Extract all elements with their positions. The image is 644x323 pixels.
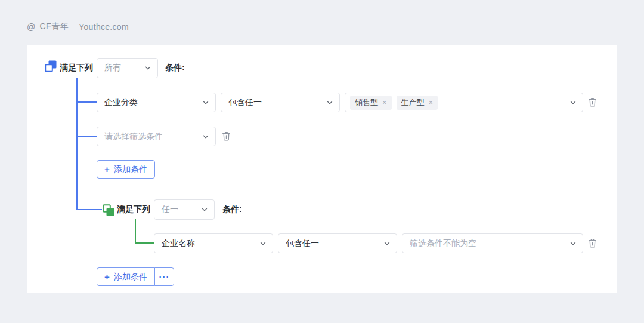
watermark-site: Youthce.com	[79, 22, 129, 32]
root-match-select[interactable]: 所有	[97, 58, 158, 78]
more-icon: ···	[159, 272, 170, 282]
tag-label: 生产型	[401, 97, 425, 108]
plus-icon: +	[104, 272, 110, 281]
group-overlap-squares-icon	[44, 60, 57, 73]
subgroup-label: 满足下列	[117, 199, 150, 220]
chevron-down-icon	[144, 64, 151, 72]
subtree-line-vertical	[135, 219, 136, 244]
tag-item: 生产型 ×	[397, 96, 438, 110]
subrow-operator-value: 包含任一	[286, 238, 319, 249]
chevron-down-icon	[569, 99, 577, 106]
tag-close-icon[interactable]: ×	[382, 99, 387, 106]
subrow-operator-select[interactable]: 包含任一	[278, 233, 397, 253]
row1-field-value: 企业分类	[104, 97, 138, 108]
row1-delete-button[interactable]	[586, 96, 598, 108]
tag-list: 销售型 × 生产型 ×	[350, 96, 438, 110]
add-condition-label: 添加条件	[114, 272, 147, 282]
row1-field-select[interactable]: 企业分类	[97, 93, 216, 112]
root-group-label: 满足下列	[60, 58, 93, 78]
add-condition-label: 添加条件	[114, 164, 147, 175]
tree-line-vertical	[76, 78, 78, 210]
tree-line-branch-subgroup	[76, 209, 102, 210]
trash-icon	[587, 97, 597, 107]
row1-values-multiselect[interactable]: 销售型 × 生产型 ×	[345, 93, 583, 112]
tag-label: 销售型	[355, 97, 378, 108]
subtree-line-branch	[135, 242, 154, 244]
plus-icon: +	[104, 165, 110, 174]
tree-line-branch-row1	[76, 101, 97, 103]
subrow-delete-button[interactable]	[586, 237, 598, 249]
subgroup-overlap-squares-icon	[102, 204, 115, 217]
tag-close-icon[interactable]: ×	[429, 99, 434, 106]
root-match-value: 所有	[104, 63, 121, 73]
subrow-value-select[interactable]: 筛选条件不能为空	[402, 233, 583, 253]
more-actions-button[interactable]: ···	[154, 267, 174, 286]
add-condition-button[interactable]: + 添加条件	[97, 160, 155, 179]
subrow-value-placeholder: 筛选条件不能为空	[410, 238, 476, 249]
chevron-down-icon	[202, 133, 209, 140]
root-group-suffix: 条件:	[165, 58, 185, 78]
chevron-down-icon	[569, 240, 577, 247]
row2-field-select[interactable]: 请选择筛选条件	[97, 127, 216, 146]
at-sign: @	[27, 22, 36, 32]
chevron-down-icon	[326, 99, 333, 106]
row2-delete-button[interactable]	[220, 130, 232, 142]
row1-operator-value: 包含任一	[228, 97, 262, 108]
trash-icon	[587, 238, 597, 248]
tag-item: 销售型 ×	[350, 96, 392, 110]
row1-operator-select[interactable]: 包含任一	[221, 93, 340, 112]
watermark-brand: CE青年	[40, 21, 69, 32]
subgroup-suffix: 条件:	[222, 199, 242, 220]
chevron-down-icon	[383, 240, 391, 247]
subrow-field-select[interactable]: 企业名称	[154, 233, 273, 253]
subgroup-match-value: 任一	[162, 204, 178, 215]
footer-button-group: + 添加条件 ···	[97, 267, 174, 286]
chevron-down-icon	[202, 99, 209, 106]
chevron-down-icon	[259, 240, 267, 247]
watermark: @ CE青年 Youthce.com	[27, 21, 129, 32]
subrow-field-value: 企业名称	[162, 238, 195, 249]
filter-builder-card: 满足下列 所有 条件: 企业分类 包含任一 销售型 × 生产型 ×	[27, 45, 617, 293]
row2-placeholder: 请选择筛选条件	[104, 131, 163, 142]
tree-line-branch-row2	[76, 136, 97, 137]
subgroup-match-select[interactable]: 任一	[154, 199, 215, 220]
chevron-down-icon	[201, 206, 208, 213]
add-condition-button[interactable]: + 添加条件	[97, 267, 155, 286]
trash-icon	[221, 131, 231, 141]
